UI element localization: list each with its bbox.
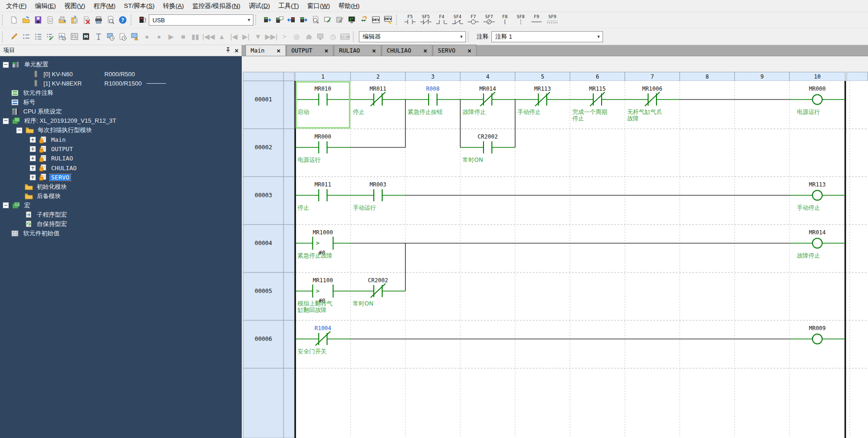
script-monitor-icon[interactable]: M — [80, 31, 93, 43]
dev-doc-icon[interactable]: DEV — [370, 14, 382, 26]
tree-item--[interactable]: 宏 — [0, 201, 242, 210]
fkey-f5-button[interactable]: F5 — [402, 13, 418, 27]
coil-MR014[interactable] — [813, 239, 822, 248]
tree-item--[interactable]: 单元配置 — [0, 60, 242, 69]
monitor-alert-icon[interactable] — [129, 31, 141, 43]
plc-write-icon[interactable] — [298, 14, 310, 26]
editor-mode-combo[interactable]: 编辑器▼ — [359, 31, 466, 42]
fkey-f7-button[interactable]: F7 — [465, 13, 481, 27]
coil-MR000[interactable] — [813, 95, 822, 105]
step-back-icon[interactable]: |◀ — [228, 31, 240, 42]
expand-icon[interactable] — [30, 155, 36, 161]
tree-item-cpu-[interactable]: CPU 系统设定 — [0, 107, 242, 116]
monitor-run-icon[interactable] — [315, 31, 327, 42]
record-icon[interactable]: ● — [141, 31, 153, 42]
collapse-icon[interactable] — [16, 127, 22, 133]
offline-edit-icon[interactable] — [334, 14, 346, 26]
close-tab-icon[interactable]: × — [277, 47, 280, 54]
simulator-icon[interactable] — [346, 14, 358, 26]
plc-comment-icon[interactable] — [273, 14, 285, 26]
close-panel-icon[interactable]: × — [235, 47, 239, 54]
usage-list-icon[interactable] — [56, 31, 68, 43]
transfer-setup-icon[interactable] — [137, 14, 149, 26]
tree-item-output[interactable]: OUTPUT — [0, 145, 242, 154]
open-project-icon[interactable] — [20, 14, 32, 26]
close-tab-icon[interactable]: × — [423, 47, 427, 54]
tree-item--[interactable]: 初始化模块 — [0, 182, 242, 191]
stop-icon[interactable]: ■ — [177, 31, 189, 42]
tree-item--[interactable]: 自保持型宏 — [0, 219, 242, 229]
menu-11[interactable]: 帮助(H) — [334, 0, 364, 12]
rung-area[interactable] — [295, 129, 845, 177]
play-icon[interactable]: ▶ — [165, 31, 177, 42]
advance-icon[interactable]: ＞ — [278, 31, 291, 42]
pc-to-plc-icon[interactable] — [261, 14, 273, 26]
connection-combo[interactable]: USB▼ — [149, 14, 253, 26]
fkey-f4-button[interactable]: F4 — [434, 13, 450, 27]
pin-icon[interactable] — [225, 47, 231, 54]
ladder-monitor-icon[interactable] — [68, 31, 80, 43]
fkey-f9-button[interactable]: F9 — [529, 13, 544, 27]
step-down-icon[interactable]: ▼ — [252, 31, 264, 42]
dev-transfer-icon[interactable]: DEV — [382, 14, 394, 26]
menu-7[interactable]: 监控器/模拟器(N) — [188, 0, 245, 12]
close-tab-icon[interactable]: × — [468, 47, 471, 54]
expand-icon[interactable] — [30, 174, 36, 180]
plc-read-icon[interactable] — [285, 14, 298, 26]
tree-item--0-kv-n60[interactable]: [0] KV-N60R000/R500 — [0, 69, 242, 79]
menu-6[interactable]: 转换(A) — [159, 0, 188, 12]
fkey-sf8-button[interactable]: SF8 — [513, 13, 529, 27]
record2-icon[interactable]: ● — [153, 31, 165, 42]
ladder-replace-icon[interactable] — [358, 14, 370, 26]
close-tab-icon[interactable]: × — [325, 47, 328, 54]
tree-item-servo[interactable]: SERVO — [0, 173, 242, 182]
tab-main[interactable]: Main× — [245, 45, 286, 56]
pause-icon[interactable]: ▮▮ — [189, 31, 201, 42]
coil-MR009[interactable] — [813, 334, 822, 344]
collapse-icon[interactable] — [3, 118, 9, 124]
fkey-sf4-button[interactable]: SF4 — [450, 13, 465, 27]
watch-doc-icon[interactable] — [117, 31, 129, 43]
tree-item--[interactable]: 软元件初始值 — [0, 229, 242, 238]
device-comment-list2-icon[interactable] — [32, 31, 44, 43]
fkey-sf9-button[interactable]: SF9 — [544, 13, 560, 27]
tree-item-chuliao[interactable]: CHULIAO — [0, 163, 242, 173]
tree-item--[interactable]: 子程序型宏 — [0, 210, 242, 219]
edit-comment-icon[interactable] — [44, 31, 56, 43]
ladder-diagram[interactable]: 1234567891000001MR010启动MR011停止R008紧急停止按钮… — [242, 56, 868, 438]
step-up-icon[interactable]: ▲ — [216, 31, 228, 42]
comment-set-combo[interactable]: 注释 1▼ — [491, 31, 603, 42]
tab-chuliao[interactable]: CHULIAO× — [382, 45, 432, 56]
tree-item--[interactable]: 后备模块 — [0, 192, 242, 201]
help-icon[interactable]: ? — [117, 14, 129, 26]
watch-window-icon[interactable] — [105, 31, 117, 43]
tab-servo[interactable]: SERVO× — [433, 45, 477, 56]
expand-icon[interactable] — [30, 146, 36, 152]
tree-item-main[interactable]: Main — [0, 135, 242, 145]
expand-icon[interactable] — [30, 137, 36, 143]
expand-icon[interactable] — [30, 165, 36, 171]
print-icon[interactable] — [93, 14, 105, 26]
tree-item--1-kv-n8exr[interactable]: [1] KV-N8EXRR1000/R1500 — [0, 79, 242, 88]
fkey-sf7-button[interactable]: SF7 — [481, 13, 497, 27]
fkey-sf5-button[interactable]: SF5 — [418, 13, 434, 27]
menu-3[interactable]: 视图(V) — [60, 0, 89, 12]
skip-end-icon[interactable]: ▶▶| — [264, 31, 278, 42]
menu-2[interactable]: 编辑(E) — [31, 0, 60, 12]
save-icon[interactable] — [32, 14, 44, 26]
tab-output[interactable]: OUTPUT× — [286, 45, 334, 56]
tab-ruliao[interactable]: RULIAO× — [334, 45, 381, 56]
print-preview-icon[interactable] — [105, 14, 117, 26]
ladder-paste-icon[interactable] — [68, 14, 80, 26]
menu-1[interactable]: 文件(F) — [2, 0, 31, 12]
ladder-open-icon[interactable] — [56, 14, 68, 26]
menu-5[interactable]: ST/脚本(S) — [120, 0, 159, 12]
device-comment-list-icon[interactable] — [20, 31, 32, 43]
menu-9[interactable]: 工具(T) — [274, 0, 303, 12]
step-forward-icon[interactable]: ▶| — [240, 31, 252, 42]
scan-icon[interactable]: ◎ — [291, 31, 303, 42]
collapse-icon[interactable] — [3, 202, 9, 208]
ladder-doc-icon[interactable] — [44, 14, 56, 26]
tree-item--xl-20191209-v15-r12-3t[interactable]: 程序: XL_20191209_V15_R12_3T — [0, 116, 242, 126]
tree-item-ruliao[interactable]: RULIAO — [0, 154, 242, 163]
